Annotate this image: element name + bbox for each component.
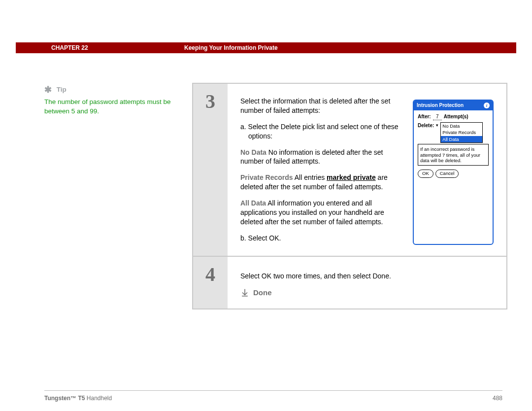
tip-body: The number of password attempts must be …: [44, 98, 177, 115]
picklist-alldata[interactable]: All Data: [441, 136, 482, 142]
attempts-label: Attempt(s): [444, 113, 468, 120]
step4-text: Select OK two more times, and then selec…: [240, 272, 494, 281]
after-row: After: 7 Attempt(s): [418, 113, 489, 121]
option-nodata: No Data No information is deleted after …: [240, 148, 403, 167]
chapter-title: Keeping Your Information Private: [174, 44, 278, 51]
delete-label: Delete:: [418, 122, 434, 129]
step-4: 4 Select OK two more times, and then sel…: [193, 257, 506, 308]
page: CHAPTER 22 Keeping Your Information Priv…: [0, 0, 532, 411]
step-body: Select the information that is deleted a…: [228, 84, 506, 256]
chapter-label: CHAPTER 22: [16, 44, 174, 51]
info-icon[interactable]: i: [484, 103, 490, 108]
step3-intro: Select the information that is deleted a…: [240, 97, 403, 115]
steps-container: 3 Select the information that is deleted…: [192, 83, 507, 309]
step-number-cell: 3: [193, 84, 228, 256]
dialog-note: If an incorrect password is attempted 7 …: [418, 144, 489, 166]
tip-label: Tip: [57, 86, 66, 93]
private-label: Private Records: [240, 173, 293, 181]
dialog-buttons: OK Cancel: [418, 170, 489, 178]
cancel-button[interactable]: Cancel: [435, 170, 459, 178]
delete-picklist[interactable]: No Data Private Records All Data: [440, 122, 483, 143]
ok-button[interactable]: OK: [418, 170, 433, 178]
nodata-label: No Data: [240, 148, 266, 156]
alldata-label: All Data: [240, 199, 266, 207]
marked-private-link[interactable]: marked private: [327, 173, 376, 181]
page-footer: Tungsten™ T5 Handheld 488: [44, 390, 502, 402]
page-number: 488: [493, 395, 502, 402]
down-arrow-icon: [240, 288, 249, 297]
delete-row: Delete: ▾ No Data Private Records All Da…: [418, 122, 489, 143]
done-label: Done: [253, 288, 272, 298]
chapter-header-bar: CHAPTER 22 Keeping Your Information Priv…: [16, 42, 516, 53]
step-3: 3 Select the information that is deleted…: [193, 84, 506, 257]
step-number-cell: 4: [193, 257, 228, 308]
dropdown-arrow-icon[interactable]: ▾: [436, 122, 438, 128]
option-alldata: All Data All information you entered and…: [240, 199, 403, 227]
step-body: Select OK two more times, and then selec…: [228, 257, 506, 308]
step3-sub-a: a. Select the Delete pick list and selec…: [240, 122, 403, 141]
product-bold: Tungsten™ T5: [44, 395, 85, 402]
done-marker: Done: [240, 288, 494, 298]
tip-heading: ✱ Tip: [44, 84, 177, 96]
private-pre: All entries: [293, 173, 327, 181]
picklist-nodata[interactable]: No Data: [441, 123, 482, 129]
picklist-private[interactable]: Private Records: [441, 129, 482, 136]
intrusion-protection-dialog: Intrusion Protection i After: 7 Attempt(…: [413, 100, 494, 245]
dialog-title: Intrusion Protection: [417, 102, 464, 109]
dialog-body: After: 7 Attempt(s) Delete: ▾ No Data Pr…: [414, 110, 493, 182]
after-value[interactable]: 7: [433, 113, 442, 121]
step-text: Select the information that is deleted a…: [240, 97, 403, 245]
tip-block: ✱ Tip The number of password attempts mu…: [44, 84, 177, 116]
asterisk-icon: ✱: [44, 85, 52, 95]
option-private: Private Records All entries marked priva…: [240, 173, 403, 192]
step-number: 3: [205, 90, 215, 113]
product-name: Tungsten™ T5 Handheld: [44, 395, 112, 402]
after-label: After:: [418, 113, 431, 120]
dialog-titlebar: Intrusion Protection i: [414, 101, 493, 110]
step-number: 4: [205, 263, 215, 286]
product-rest: Handheld: [85, 395, 112, 402]
step3-sub-b: b. Select OK.: [240, 234, 403, 243]
